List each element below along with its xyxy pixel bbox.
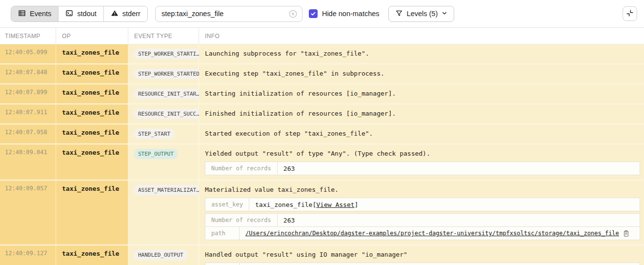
info-text: Executing step "taxi_zones_file" in subp…: [205, 69, 640, 77]
levels-filter-label: Levels (5): [407, 10, 438, 18]
info-cell: Starting initialization of resources [io…: [199, 84, 644, 103]
event-type-cell: HANDLED_OUTPUT: [128, 245, 199, 265]
info-text: Started execution of step "taxi_zones_fi…: [205, 129, 640, 137]
metadata-table: path/Users/erincochran/Desktop/dagster-e…: [205, 226, 640, 240]
op-cell: taxi_zones_file: [56, 181, 128, 245]
metadata-value: 263: [278, 214, 640, 226]
event-type-badge: HANDLED_OUTPUT: [134, 250, 187, 260]
tab-events[interactable]: Events: [11, 6, 59, 21]
hide-non-matches-toggle[interactable]: Hide non-matches: [309, 9, 380, 18]
timestamp-cell: 12:40:09.057: [0, 181, 56, 245]
chevron-down-icon: [442, 10, 447, 18]
metadata-key: path: [205, 263, 240, 265]
event-type-cell: RESOURCE_INIT_STAR…: [128, 84, 199, 103]
info-cell: Finished initialization of resources [io…: [199, 104, 644, 123]
table-body: 12:40:05.099taxi_zones_fileSTEP_WORKER_S…: [0, 44, 644, 265]
info-cell: Yielded output "result" of type "Any". (…: [199, 144, 644, 180]
timestamp-cell: 12:40:07.958: [0, 124, 56, 143]
event-log-table: TIMESTAMP OP EVENT TYPE INFO 12:40:05.09…: [0, 27, 644, 265]
collapse-icon: [625, 9, 634, 19]
table-row: 12:40:07.848taxi_zones_fileSTEP_WORKER_S…: [0, 64, 644, 84]
view-asset-link[interactable]: View Asset: [316, 201, 354, 208]
clear-filter-icon[interactable]: [288, 9, 298, 19]
hide-non-matches-checkbox[interactable]: [309, 9, 318, 18]
metadata-table: asset_keytaxi_zones_file [View Asset]: [205, 198, 640, 211]
table-row: 12:40:05.099taxi_zones_fileSTEP_WORKER_S…: [0, 44, 644, 64]
table-row: 12:40:09.127taxi_zones_fileHANDLED_OUTPU…: [0, 245, 644, 265]
tab-stdout-label: stdout: [77, 10, 97, 18]
event-type-cell: STEP_START: [128, 124, 199, 143]
metadata-value: taxi_zones_file [View Asset]: [249, 198, 640, 211]
event-log-panel: Events stdout stderr: [0, 0, 644, 265]
op-cell: taxi_zones_file: [56, 245, 128, 265]
timestamp-cell: 12:40:05.099: [0, 44, 56, 63]
path-link[interactable]: /Users/erincochran/Desktop/dagster-examp…: [245, 230, 619, 237]
bracket: [: [312, 201, 316, 208]
info-text: Yielded output "result" of type "Any". (…: [205, 149, 640, 157]
info-text: Materialized value taxi_zones_file.: [205, 185, 640, 193]
op-cell: taxi_zones_file: [56, 124, 128, 143]
warning-icon: [111, 9, 119, 19]
info-text: Starting initialization of resources [io…: [205, 89, 640, 97]
metadata-table: Number of records263: [205, 213, 640, 227]
tab-events-label: Events: [30, 10, 51, 18]
metadata-value: 263: [278, 162, 640, 175]
table-header-row: TIMESTAMP OP EVENT TYPE INFO: [0, 28, 644, 44]
table-row: 12:40:07.958taxi_zones_fileSTEP_STARTSta…: [0, 124, 644, 144]
log-view-tabs: Events stdout stderr: [11, 6, 148, 22]
op-cell: taxi_zones_file: [56, 64, 128, 83]
op-cell: taxi_zones_file: [56, 84, 128, 103]
event-type-badge: ASSET_MATERIALIZAT…: [134, 185, 203, 195]
bracket: ]: [355, 201, 359, 208]
info-cell: Materialized value taxi_zones_file.asset…: [199, 181, 644, 245]
tab-stdout[interactable]: stdout: [59, 6, 104, 21]
copy-icon[interactable]: [623, 230, 629, 237]
event-type-badge: STEP_WORKER_STARTED: [134, 69, 203, 79]
timestamp-cell: 12:40:07.848: [0, 64, 56, 83]
metadata-value-text: 263: [283, 165, 295, 172]
table-icon: [18, 9, 26, 19]
tab-stderr-label: stderr: [122, 10, 141, 18]
metadata-value: /Users/erincochran/Desktop/dagster-examp…: [240, 227, 640, 240]
table-row: 12:40:07.911taxi_zones_fileRESOURCE_INIT…: [0, 104, 644, 124]
timestamp-cell: 12:40:09.127: [0, 245, 56, 265]
info-text: Handled output "result" using IO manager…: [205, 250, 640, 258]
event-type-cell: RESOURCE_INIT_SUCC…: [128, 104, 199, 123]
log-filter-input[interactable]: [161, 10, 288, 18]
event-type-cell: STEP_WORKER_STARTI…: [128, 44, 199, 63]
event-type-badge: RESOURCE_INIT_STAR…: [134, 89, 203, 99]
timestamp-cell: 12:40:07.911: [0, 104, 56, 123]
metadata-key: path: [205, 227, 240, 240]
metadata-key: asset_key: [205, 198, 249, 211]
info-text: Launching subprocess for "taxi_zones_fil…: [205, 49, 640, 57]
log-filter-field: [155, 6, 302, 22]
metadata-table: path/Users/erincochran/Desktop/dagster-e…: [205, 263, 640, 265]
info-cell: Executing step "taxi_zones_file" in subp…: [199, 64, 644, 83]
hide-non-matches-label: Hide non-matches: [322, 10, 380, 18]
event-type-cell: STEP_OUTPUT: [128, 144, 199, 180]
terminal-icon: [65, 9, 73, 19]
metadata-key: Number of records: [205, 162, 278, 175]
column-header-op: OP: [56, 28, 128, 44]
info-cell: Launching subprocess for "taxi_zones_fil…: [199, 44, 644, 63]
collapse-panel-button[interactable]: [623, 6, 637, 21]
column-header-timestamp: TIMESTAMP: [0, 28, 56, 44]
op-cell: taxi_zones_file: [56, 104, 128, 123]
event-type-cell: STEP_WORKER_STARTED: [128, 64, 199, 83]
event-type-badge: STEP_WORKER_STARTI…: [134, 49, 203, 59]
event-type-cell: ASSET_MATERIALIZAT…: [128, 181, 199, 245]
tab-stderr[interactable]: stderr: [104, 6, 147, 21]
levels-filter-button[interactable]: Levels (5): [388, 6, 455, 22]
event-type-badge: RESOURCE_INIT_SUCC…: [134, 109, 203, 119]
metadata-key: Number of records: [205, 214, 278, 226]
filter-funnel-icon: [395, 9, 403, 19]
metadata-value: /Users/erincochran/Desktop/dagster-examp…: [240, 263, 640, 265]
timestamp-cell: 12:40:07.899: [0, 84, 56, 103]
info-cell: Handled output "result" using IO manager…: [199, 245, 644, 265]
toolbar: Events stdout stderr: [0, 0, 644, 27]
column-header-event-type: EVENT TYPE: [128, 28, 199, 44]
table-row: 12:40:09.041taxi_zones_fileSTEP_OUTPUTYi…: [0, 144, 644, 181]
table-row: 12:40:09.057taxi_zones_fileASSET_MATERIA…: [0, 181, 644, 245]
metadata-value-text: taxi_zones_file: [255, 201, 312, 208]
metadata-table: Number of records263: [205, 162, 640, 175]
